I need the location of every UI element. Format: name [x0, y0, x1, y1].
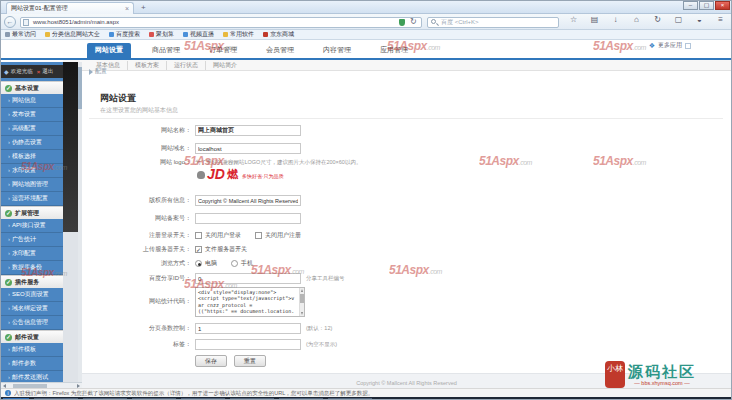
search-input[interactable]: 百度 <Ctrl+K> [427, 17, 559, 28]
globe-icon[interactable]: ◒ [695, 15, 704, 24]
scrollbar-thumb[interactable] [300, 294, 304, 303]
page-size-input[interactable] [195, 323, 301, 334]
sidebar-item-api[interactable]: ›API接口设置 [1, 219, 63, 233]
reset-button[interactable]: 重置 [234, 355, 266, 367]
scroll-up-icon[interactable] [301, 289, 303, 292]
sidebar-item-env[interactable]: ›运营环境配置 [1, 192, 63, 206]
logout-x-icon[interactable]: × [37, 69, 41, 75]
reload-icon[interactable]: ↻ [410, 17, 417, 26]
subnav-link-intro[interactable]: 网站简介 [206, 61, 244, 70]
browser-tab[interactable]: 网站设置01-配置管理 × [6, 2, 134, 14]
history-icon[interactable]: ↻ [653, 15, 662, 24]
sidebar-item-watermark[interactable]: ›水印设置 [1, 164, 63, 178]
menu-icon[interactable]: ≡ [716, 15, 725, 24]
chevron-right-icon: › [8, 264, 10, 270]
form-row-site-name: 网站名称： [85, 125, 301, 136]
tags-input[interactable] [195, 339, 301, 350]
bookmark-item[interactable]: 京东商城 [263, 30, 294, 39]
frame-icon[interactable]: ▢ [674, 15, 683, 24]
nav-tab-products[interactable]: 商品管理 [144, 43, 188, 58]
sidebar-vertical-scrollbar[interactable] [78, 62, 82, 382]
site-domain-input[interactable] [195, 143, 301, 154]
bookmark-item[interactable]: 百度搜索 [109, 30, 140, 39]
sidebar-section-extend[interactable]: ✓扩展管理 [1, 206, 63, 219]
divider [89, 118, 723, 119]
sidebar-item-mail-template[interactable]: ›邮件模板 [1, 343, 63, 357]
maximize-button[interactable]: ▢ [699, 1, 714, 10]
tab-close-icon[interactable]: × [125, 3, 129, 14]
chevron-right-icon: › [8, 319, 10, 325]
subnav-link-template[interactable]: 模板方案 [128, 61, 167, 70]
close-register-checkbox[interactable] [255, 232, 262, 239]
sidebar-item-mail-params[interactable]: ›邮件参数 [1, 357, 63, 371]
sidebar-item-notice[interactable]: ›公告信息管理 [1, 316, 63, 330]
copyright-input[interactable] [195, 195, 301, 206]
site-name-label: 网站名称： [85, 126, 191, 135]
nav-tab-orders[interactable]: 订单管理 [201, 43, 245, 58]
back-button[interactable]: ← [4, 16, 16, 28]
textarea-scrollbar[interactable] [299, 288, 304, 316]
sidebar-item-domain[interactable]: ›域名绑定设置 [1, 302, 63, 316]
folder-icon [45, 32, 50, 37]
chevron-right-icon: › [8, 305, 10, 311]
search-icon [431, 19, 436, 24]
sidebar-item-template[interactable]: ›模板选择 [1, 150, 63, 164]
folder-icon [223, 32, 228, 37]
more-apps-button[interactable]: ❖ 更多应用 [649, 41, 691, 50]
bookmark-item[interactable]: 常用软件 [223, 30, 254, 39]
bookmark-item[interactable]: 分类信息网站大全 [45, 30, 100, 39]
sidebar-item-ads[interactable]: ›广告统计 [1, 233, 63, 247]
scrollbar-thumb[interactable] [78, 67, 82, 109]
plus-icon: ✓ [5, 85, 12, 92]
new-tab-button[interactable]: + [141, 3, 146, 12]
icp-input[interactable] [195, 213, 301, 224]
star-icon[interactable]: ☆ [569, 15, 578, 24]
close-button[interactable]: × [715, 1, 730, 10]
subnav-link-status[interactable]: 运行状态 [167, 61, 206, 70]
sidebar-section-plugins[interactable]: ✓插件服务 [1, 275, 63, 288]
sidebar-item-publish[interactable]: ›发布设置 [1, 108, 63, 122]
sidebar-item-seo[interactable]: ›SEO页面设置 [1, 288, 63, 302]
save-button[interactable]: 保存 [195, 355, 227, 367]
stat-code-textarea[interactable]: <div style="display:none"> <script type=… [195, 287, 305, 317]
plus-icon: ✓ [5, 210, 12, 217]
home-icon[interactable]: ⌂ [632, 15, 641, 24]
collapse-toggle[interactable]: 配置 [89, 67, 107, 76]
file-server-checkbox[interactable]: ✓ [195, 246, 202, 253]
file-server-label: 上传服务器开关： [85, 245, 191, 254]
sidebar-item-advanced[interactable]: ›高级配置 [1, 122, 63, 136]
form-row-share-id: 百度分享ID号： 分享工具栏编号 [85, 273, 345, 284]
nav-tab-apps[interactable]: 应用管理 [372, 43, 416, 58]
scrollbar-thumb[interactable] [13, 384, 47, 388]
scroll-down-icon[interactable] [301, 312, 303, 315]
download-icon[interactable]: ↓ [611, 15, 620, 24]
pages-icon[interactable]: ▤ [590, 15, 599, 24]
sidebar-section-basic[interactable]: ✓基本设置 [1, 81, 63, 94]
logout-link[interactable]: 退出 [42, 68, 53, 75]
sidebar-item-site-info[interactable]: ›网站信息 [1, 94, 63, 108]
nav-tab-site-settings[interactable]: 网站设置 [87, 43, 131, 58]
chevron-right-icon: › [8, 360, 10, 366]
sidebar-item-mail-test[interactable]: ›邮件发送测试 [1, 371, 63, 382]
sidebar-section-mail[interactable]: ✓邮件设置 [1, 330, 63, 343]
status-text: 入驻我们声明：Firefox 为您拦截了该网站请求安装软件的提示（详情），用于进… [14, 390, 373, 397]
sidebar-item-rewrite[interactable]: ›伪静态设置 [1, 136, 63, 150]
pc-radio[interactable] [195, 260, 202, 267]
community-name: 源码社区 [628, 364, 696, 380]
bookmark-item[interactable]: 聚划算 [149, 30, 174, 39]
share-id-input[interactable] [195, 273, 301, 284]
close-login-checkbox[interactable] [195, 232, 202, 239]
bookmark-item[interactable]: 最常访问 [5, 30, 36, 39]
site-name-input[interactable] [195, 125, 301, 136]
sidebar-item-backup[interactable]: ›数据库备份 [1, 261, 63, 275]
shield-icon[interactable] [399, 19, 405, 26]
sidebar-item-sitemap[interactable]: ›网站地图管理 [1, 178, 63, 192]
bookmark-item[interactable]: 视频直播 [183, 30, 214, 39]
nav-tab-members[interactable]: 会员管理 [258, 43, 302, 58]
mobile-radio[interactable] [231, 260, 238, 267]
sidebar-item-wm-config[interactable]: ›水印配置 [1, 247, 63, 261]
minimize-button[interactable]: – [683, 1, 698, 10]
form-row-file-server: 上传服务器开关： ✓ 文件服务器开关 [85, 245, 261, 254]
nav-tab-content[interactable]: 内容管理 [315, 43, 359, 58]
url-bar[interactable]: www.host8051/admin/main.aspx [20, 17, 422, 28]
